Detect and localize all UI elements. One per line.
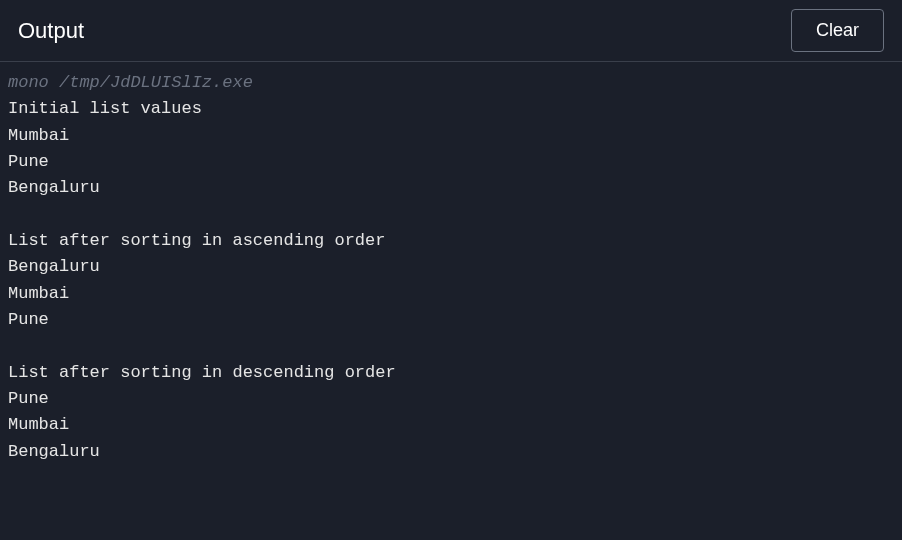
output-header: Output Clear — [0, 0, 902, 62]
output-line: List after sorting in descending order — [8, 360, 894, 386]
output-line: Pune — [8, 307, 894, 333]
output-line: Mumbai — [8, 123, 894, 149]
output-line: Pune — [8, 386, 894, 412]
command-line: mono /tmp/JdDLUISlIz.exe — [8, 70, 894, 96]
output-line: Bengaluru — [8, 175, 894, 201]
blank-line — [8, 333, 894, 359]
output-lines: Initial list valuesMumbaiPuneBengaluruLi… — [8, 96, 894, 465]
output-line: List after sorting in ascending order — [8, 228, 894, 254]
output-line: Mumbai — [8, 281, 894, 307]
output-line: Initial list values — [8, 96, 894, 122]
output-line: Bengaluru — [8, 439, 894, 465]
output-title: Output — [18, 18, 84, 44]
clear-button[interactable]: Clear — [791, 9, 884, 52]
console-output: mono /tmp/JdDLUISlIz.exe Initial list va… — [0, 62, 902, 473]
output-line: Mumbai — [8, 412, 894, 438]
blank-line — [8, 202, 894, 228]
output-line: Pune — [8, 149, 894, 175]
output-line: Bengaluru — [8, 254, 894, 280]
